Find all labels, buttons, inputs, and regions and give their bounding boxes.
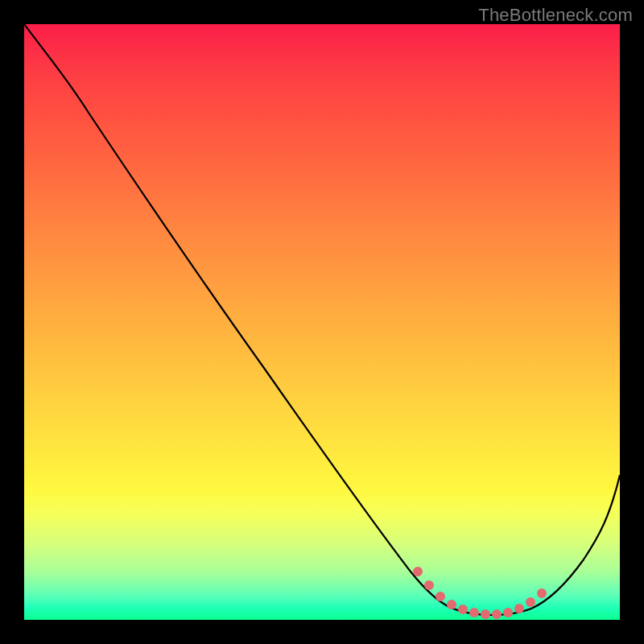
svg-point-9 [514, 604, 524, 613]
svg-point-6 [481, 609, 490, 619]
svg-point-1 [424, 580, 434, 590]
svg-point-11 [537, 588, 547, 598]
bottleneck-curve [24, 24, 620, 615]
svg-point-2 [436, 592, 445, 601]
curve-overlay [24, 24, 620, 620]
svg-point-5 [469, 608, 479, 617]
svg-point-4 [458, 605, 468, 614]
chart-container: TheBottleneck.com [0, 0, 644, 644]
svg-point-7 [492, 609, 502, 619]
svg-point-0 [413, 567, 423, 576]
plot-area [24, 24, 620, 620]
svg-point-8 [503, 608, 513, 617]
svg-point-10 [526, 597, 535, 607]
watermark-text: TheBottleneck.com [478, 5, 633, 26]
svg-point-3 [447, 600, 456, 609]
